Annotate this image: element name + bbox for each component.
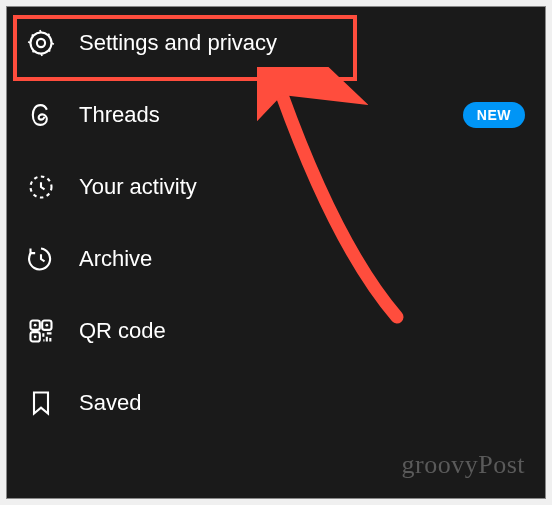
svg-point-6 xyxy=(34,324,37,327)
menu-item-settings-privacy[interactable]: Settings and privacy xyxy=(7,7,545,79)
bookmark-icon xyxy=(27,389,55,417)
activity-clock-icon xyxy=(27,173,55,201)
svg-point-7 xyxy=(45,324,48,327)
menu-label-qr: QR code xyxy=(79,318,525,344)
svg-point-8 xyxy=(34,335,37,338)
qr-code-icon xyxy=(27,317,55,345)
menu-item-your-activity[interactable]: Your activity xyxy=(7,151,545,223)
new-badge: NEW xyxy=(463,102,525,128)
threads-icon xyxy=(27,101,55,129)
gear-icon xyxy=(27,29,55,57)
watermark: groovyPost xyxy=(402,450,525,480)
menu-label-activity: Your activity xyxy=(79,174,525,200)
svg-point-0 xyxy=(31,33,52,54)
menu-item-threads[interactable]: Threads NEW xyxy=(7,79,545,151)
menu-label-threads: Threads xyxy=(79,102,439,128)
menu-label-archive: Archive xyxy=(79,246,525,272)
archive-clock-icon xyxy=(27,245,55,273)
menu-item-archive[interactable]: Archive xyxy=(7,223,545,295)
menu-item-saved[interactable]: Saved xyxy=(7,367,545,439)
svg-point-1 xyxy=(37,39,45,47)
menu-label-saved: Saved xyxy=(79,390,525,416)
menu-label-settings: Settings and privacy xyxy=(79,30,525,56)
menu-item-qr-code[interactable]: QR code xyxy=(7,295,545,367)
